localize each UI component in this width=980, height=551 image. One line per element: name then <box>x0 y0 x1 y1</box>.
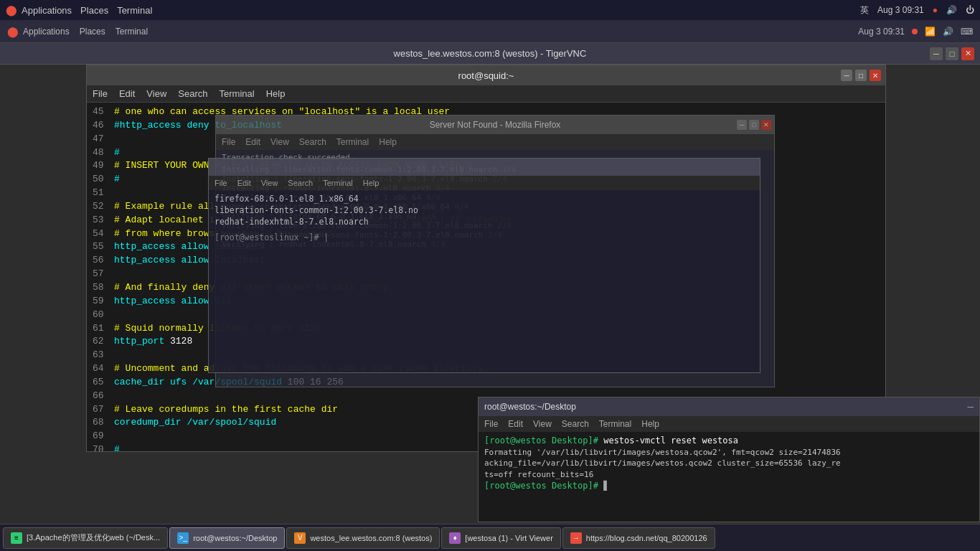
small-menu-help[interactable]: Help <box>363 179 380 187</box>
squid-title: root@squid:~ <box>458 70 514 81</box>
small-menu: File Edit View Search Terminal Help <box>209 176 760 190</box>
taskbar: ≡ [3.Apache的管理及优化web (~/Desk... >_ root@… <box>0 524 980 551</box>
squid-menu-view[interactable]: View <box>146 88 166 99</box>
firefox-menu-help[interactable]: Help <box>379 137 397 147</box>
inner-kbd-icon: ⌨ <box>961 27 973 37</box>
westos-menu-search[interactable]: Search <box>562 419 589 429</box>
firefox-menu-file[interactable]: File <box>222 137 235 147</box>
taskbar-item-vnc[interactable]: V westos_lee.westos.com:8 (westos) <box>286 527 440 549</box>
westos-menu: File Edit View Search Terminal Help <box>479 416 979 432</box>
taskbar-label-virt: [westosa (1) - Virt Viewer <box>465 534 552 542</box>
westos-menu-terminal[interactable]: Terminal <box>599 419 631 429</box>
inner-status-dot <box>912 29 918 34</box>
squid-menu-edit[interactable]: Edit <box>119 88 135 99</box>
system-status-dot: ● <box>933 5 938 15</box>
westos-minimize-button[interactable]: ─ <box>967 402 974 412</box>
small-menu-terminal[interactable]: Terminal <box>323 179 353 187</box>
inner-volume-icon: 🔊 <box>943 27 953 37</box>
westos-menu-help[interactable]: Help <box>641 419 659 429</box>
system-apps-icon: ⬤ <box>6 4 17 16</box>
firefox-minimize-button[interactable]: ─ <box>737 120 747 130</box>
squid-menu-help[interactable]: Help <box>266 88 286 99</box>
westos-line-3: acking_file=/var/lib/libvirt/images/west… <box>484 458 974 468</box>
firefox-titlebar: Server Not Found - Mozilla Firefox ─ □ ✕ <box>216 116 774 134</box>
westos-line-4: ts=off refcount_bits=16 <box>484 469 974 480</box>
small-menu-edit[interactable]: Edit <box>237 179 251 187</box>
vnc-close-button[interactable]: ✕ <box>961 47 974 60</box>
firefox-menu-terminal[interactable]: Terminal <box>336 137 369 147</box>
firefox-maximize-button[interactable]: □ <box>749 120 759 130</box>
inner-places-label[interactable]: Places <box>80 27 105 37</box>
taskbar-icon-vnc: V <box>294 532 306 544</box>
westos-title: root@westos:~/Desktop <box>484 402 576 412</box>
firefox-title: Server Not Found - Mozilla Firefox <box>430 120 561 130</box>
squid-menu-terminal[interactable]: Terminal <box>220 88 255 99</box>
overlay-small-terminal: File Edit View Search Terminal Help fire… <box>208 158 760 373</box>
taskbar-label-vnc: westos_lee.westos.com:8 (westos) <box>310 534 432 542</box>
squid-menu-file[interactable]: File <box>93 88 108 99</box>
westos-line-5: [root@westos Desktop]# ▋ <box>484 480 974 492</box>
vnc-title: westos_lee.westos.com:8 (westos) - Tiger… <box>394 48 587 59</box>
system-terminal-label[interactable]: Terminal <box>117 5 152 16</box>
taskbar-icon-virt: ♦ <box>449 532 461 544</box>
squid-minimize-button[interactable]: ─ <box>841 70 852 81</box>
small-menu-search[interactable]: Search <box>288 179 313 187</box>
taskbar-label-apache: [3.Apache的管理及优化web (~/Desk... <box>27 532 160 543</box>
squid-controls: ─ □ ✕ <box>841 70 881 81</box>
taskbar-item-csdn[interactable]: → https://blog.csdn.net/qq_80200126 <box>562 527 715 549</box>
squid-titlebar: root@squid:~ ─ □ ✕ <box>87 65 885 85</box>
inner-datetime: Aug 3 09:31 <box>858 27 905 37</box>
volume-icon[interactable]: 🔊 <box>946 5 957 15</box>
inner-apps-dot: ⬤ <box>7 26 19 37</box>
firefox-menu: File Edit View Search Terminal Help <box>216 134 774 150</box>
vnc-minimize-button[interactable]: ─ <box>930 47 943 60</box>
inner-bar-left: ⬤ Applications Places Terminal <box>7 26 148 37</box>
small-menu-view[interactable]: View <box>261 179 278 187</box>
inner-wifi-icon: 📶 <box>925 27 936 37</box>
inner-bar: ⬤ Applications Places Terminal Aug 3 09:… <box>0 20 980 43</box>
small-titlebar <box>209 159 760 176</box>
westos-line-2: Formatting '/var/lib/libvirt/images/west… <box>484 447 974 458</box>
system-datetime: Aug 3 09:31 <box>877 5 924 15</box>
inner-apps-label[interactable]: Applications <box>23 27 70 37</box>
system-bar-right: 英 Aug 3 09:31 ● 🔊 ⏻ <box>860 4 974 17</box>
westos-menu-edit[interactable]: Edit <box>508 419 523 429</box>
taskbar-item-westos[interactable]: >_ root@westos:~/Desktop <box>169 527 285 549</box>
inner-bar-right: Aug 3 09:31 📶 🔊 ⌨ <box>858 27 973 37</box>
system-places-label[interactable]: Places <box>80 5 108 16</box>
system-bar-left: ⬤ Applications Places Terminal <box>6 4 152 16</box>
small-menu-file[interactable]: File <box>215 179 227 187</box>
taskbar-item-virt[interactable]: ♦ [westosa (1) - Virt Viewer <box>441 527 560 549</box>
taskbar-icon-westos: >_ <box>177 532 189 544</box>
vnc-maximize-button[interactable]: □ <box>946 47 958 60</box>
firefox-menu-search[interactable]: Search <box>299 137 326 147</box>
westos-menu-file[interactable]: File <box>484 419 498 429</box>
system-bar: ⬤ Applications Places Terminal 英 Aug 3 0… <box>0 0 980 20</box>
vnc-window-controls: ─ □ ✕ <box>930 47 974 60</box>
firefox-close-button[interactable]: ✕ <box>761 120 771 130</box>
small-content: firefox-68.6.0-1.el8_1.x86_64 liberation… <box>209 190 760 372</box>
system-lang: 英 <box>860 4 869 17</box>
system-apps-label[interactable]: Applications <box>22 5 72 16</box>
vnc-titlebar: westos_lee.westos.com:8 (westos) - Tiger… <box>0 43 980 65</box>
westos-line-1: [root@westos Desktop]# westos-vmctl rese… <box>484 435 974 447</box>
taskbar-label-csdn: https://blog.csdn.net/qq_80200126 <box>586 534 707 542</box>
firefox-menu-view[interactable]: View <box>270 137 289 147</box>
squid-maximize-button[interactable]: □ <box>855 70 867 81</box>
westos-menu-view[interactable]: View <box>533 419 552 429</box>
terminal-westos: root@westos:~/Desktop ─ File Edit View S… <box>478 397 980 522</box>
taskbar-icon-csdn: → <box>570 532 582 544</box>
taskbar-item-apache[interactable]: ≡ [3.Apache的管理及优化web (~/Desk... <box>3 527 168 549</box>
squid-menu: File Edit View Search Terminal Help <box>87 85 885 103</box>
taskbar-icon-apache: ≡ <box>11 532 22 544</box>
westos-titlebar: root@westos:~/Desktop ─ <box>479 397 979 416</box>
squid-close-button[interactable]: ✕ <box>870 70 881 81</box>
inner-terminal-label[interactable]: Terminal <box>116 27 148 37</box>
westos-content: [root@westos Desktop]# westos-vmctl rese… <box>479 432 979 522</box>
squid-menu-search[interactable]: Search <box>178 88 207 99</box>
firefox-controls: ─ □ ✕ <box>737 120 771 130</box>
taskbar-label-westos: root@westos:~/Desktop <box>193 534 277 542</box>
firefox-menu-edit[interactable]: Edit <box>245 137 260 147</box>
power-icon[interactable]: ⏻ <box>966 5 974 15</box>
